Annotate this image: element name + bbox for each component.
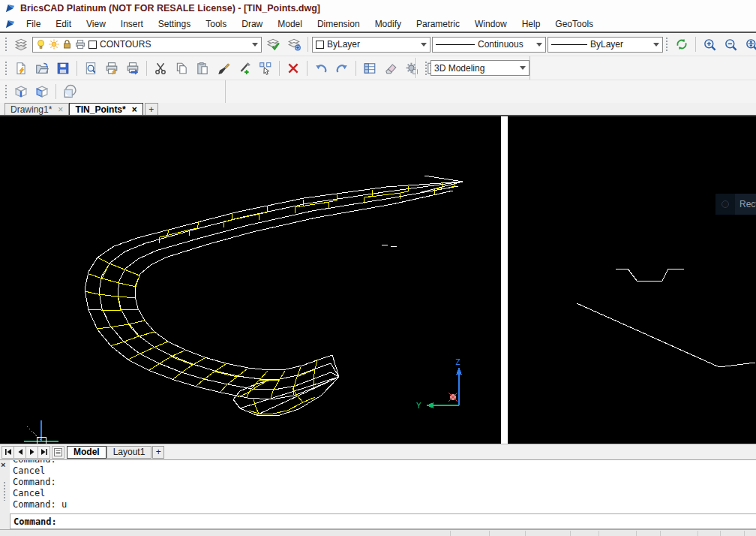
linetype-select-value: Continuous [478,39,524,50]
zoom-out-button[interactable] [721,35,740,53]
status-divider [744,531,745,536]
command-panel: × Command: Cancel Command: Cancel Comman… [0,459,756,529]
properties-icon [363,62,376,75]
viewport-left[interactable]: Z Y [0,116,501,444]
redo-button[interactable] [332,59,352,77]
toolbar-separator [308,37,308,52]
lineweight-select[interactable]: ByLayer [548,37,663,53]
new-file-icon [14,62,28,75]
zoom-extents-button[interactable] [742,35,756,53]
select-button[interactable] [256,59,275,77]
pick-color-icon [238,62,251,75]
first-layout-button[interactable] [2,446,14,459]
tab-layout1[interactable]: Layout1 [106,446,152,459]
menu-model[interactable]: Model [270,17,310,31]
layers-toolbar: CONTOURS ByLayer Continu [0,33,756,56]
layer-states-button[interactable] [263,35,283,53]
ucs-tool-button[interactable] [60,83,80,101]
eraser-button[interactable] [381,59,400,77]
new-layer-button[interactable] [284,35,304,53]
close-icon[interactable]: × [1,460,5,469]
add-layout-button[interactable]: + [152,446,164,459]
tab-drawing1[interactable]: Drawing1* × [4,103,69,115]
regen-icon [675,38,688,51]
zoom-in-icon [703,38,717,52]
toolbar-grip[interactable] [664,36,668,53]
save-icon [56,62,70,75]
extrude-button[interactable] [11,83,31,101]
open-file-button[interactable] [32,59,52,77]
undo-button[interactable] [311,59,331,77]
layer-lock-icon [62,39,72,50]
menu-modify[interactable]: Modify [368,17,409,31]
properties-button[interactable] [360,59,380,77]
menu-settings[interactable]: Settings [151,17,198,31]
menu-help[interactable]: Help [514,17,548,31]
new-file-button[interactable] [11,59,31,77]
delete-button[interactable] [284,59,303,77]
menu-window[interactable]: Window [467,17,514,31]
viewport-right[interactable]: Rect [508,116,756,444]
toolbar-grip[interactable] [4,36,8,53]
menu-dimension[interactable]: Dimension [310,17,368,31]
viewport-splitter[interactable] [501,116,508,444]
paste-button[interactable] [193,59,212,77]
menu-view[interactable]: View [79,17,113,31]
last-layout-button[interactable] [38,446,50,459]
print-button[interactable] [102,59,122,77]
workspace-select[interactable]: 3D Modeling [430,60,530,76]
toolbar-grip[interactable] [4,83,8,100]
close-icon[interactable]: × [58,106,63,113]
cut-icon [154,62,167,75]
new-document-button[interactable]: + [145,103,158,115]
layer-color-swatch [88,41,97,49]
command-history[interactable]: Command: Cancel Command: Cancel Command:… [10,460,756,514]
command-panel-gutter: × [0,460,10,529]
command-history-line: Command: [13,477,756,488]
pick-color-button[interactable] [235,59,254,77]
tab-tin-points[interactable]: TIN_Points* × [69,103,142,115]
tab-model[interactable]: Model [67,446,106,459]
match-properties-icon [217,62,230,75]
menu-insert[interactable]: Insert [113,17,151,31]
print-preview-button[interactable] [81,59,100,77]
save-button[interactable] [53,59,73,77]
menu-geotools[interactable]: GeoTools [548,17,601,31]
command-prompt-label: Command: [14,516,57,527]
menu-parametric[interactable]: Parametric [409,17,467,31]
status-divider [698,531,698,536]
solid-cube-icon [34,84,50,99]
zoom-in-button[interactable] [700,35,719,53]
linetype-select[interactable]: Continuous [432,37,546,53]
command-panel-grip[interactable] [3,481,6,501]
solid-face-button[interactable] [32,83,52,101]
sheet-list-button[interactable] [52,446,64,459]
menu-edit[interactable]: Edit [48,17,79,31]
toolbar-grip[interactable] [4,60,8,77]
match-properties-button[interactable] [214,59,233,77]
cut-button[interactable] [151,59,170,77]
toolbar-grip[interactable] [424,60,428,77]
settings-button[interactable] [402,59,422,77]
export-button[interactable] [123,59,142,77]
menu-tools[interactable]: Tools [198,17,234,31]
redo-icon [335,62,349,75]
close-icon[interactable]: × [132,106,137,113]
menu-draw[interactable]: Draw [234,17,270,31]
prev-tab-icon [16,448,24,456]
toolbar-separator [56,84,56,99]
prev-layout-button[interactable] [14,446,26,459]
layer-select[interactable]: CONTOURS [32,37,262,53]
copy-button[interactable] [172,59,191,77]
layers-button[interactable] [11,35,31,53]
color-select[interactable]: ByLayer [312,37,430,53]
command-input[interactable]: Command: [10,513,756,529]
menu-file[interactable]: File [19,17,48,31]
next-layout-button[interactable] [26,446,38,459]
drawing-area: Z Y Rect [0,116,756,444]
status-divider [489,531,490,536]
status-divider [660,531,661,536]
regen-button[interactable] [672,35,692,53]
modeling-toolbar [0,80,756,103]
zoom-out-icon [724,38,738,52]
